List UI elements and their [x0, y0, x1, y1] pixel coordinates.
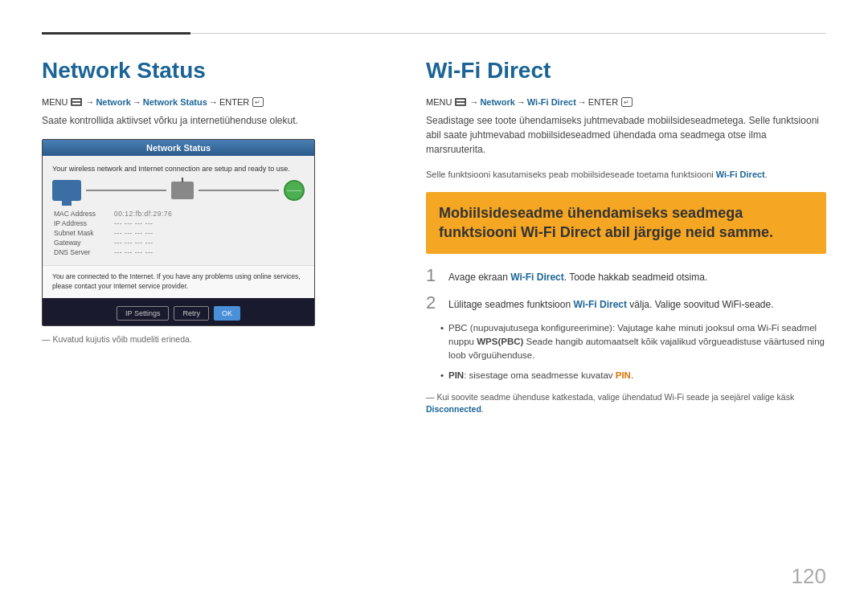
right-section-title: Wi-Fi Direct [426, 57, 826, 84]
two-columns: Network Status MENU → Network → Network … [42, 57, 826, 416]
bullet-2: PIN: sisestage oma seadmesse kuvatav PIN… [440, 369, 826, 382]
step-1: 1 Avage ekraan Wi-Fi Direct. Toode hakka… [426, 267, 826, 284]
bullet2-pin-label: PIN [448, 370, 464, 380]
wifidirect-link: Wi-Fi Direct [527, 97, 576, 107]
mac-label: MAC Address [52, 209, 113, 219]
page-number: 120 [792, 564, 826, 589]
table-row-mac: MAC Address 00:12:fb:df:29:76 [52, 209, 305, 219]
step-1-number: 1 [426, 267, 439, 284]
right-arrow3: → [578, 97, 587, 107]
enter-label: ENTER [219, 97, 249, 107]
status-link: Network Status [143, 97, 207, 107]
bullet-list: PBC (nupuvajutusega konfigureerimine): V… [440, 321, 826, 383]
right-enter-label: ENTER [588, 97, 618, 107]
menu-icon [71, 98, 82, 106]
page-container: Network Status MENU → Network → Network … [0, 0, 868, 613]
line-dark [42, 32, 190, 35]
step2-after: välja. Valige soovitud WiFi-seade. [627, 299, 774, 310]
retry-button[interactable]: Retry [174, 306, 209, 321]
left-footnote: Kuvatud kujutis võib mudeliti erineda. [42, 334, 387, 344]
step1-after: . Toode hakkab seadmeid otsima. [564, 272, 708, 283]
network-link: Network [96, 97, 130, 107]
footnote-main: Kui soovite seadme ühenduse katkestada, … [436, 392, 794, 402]
enter-icon [252, 97, 264, 107]
bullet2-pin: PIN [616, 370, 631, 380]
dns-label: DNS Server [52, 247, 113, 257]
step1-bold: Wi-Fi Direct [510, 272, 564, 283]
selle-note-before: Selle funktsiooni kasutamiseks peab mobi… [426, 170, 716, 179]
right-arrow1: → [469, 97, 478, 107]
step-2: 2 Lülitage seadmes funktsioon Wi-Fi Dire… [426, 294, 826, 312]
highlight-box: Mobiilsideseadme ühendamiseks seadmega f… [426, 192, 826, 254]
left-column: Network Status MENU → Network → Network … [42, 57, 387, 416]
step-2-text: Lülitage seadmes funktsioon Wi-Fi Direct… [448, 294, 774, 312]
ip-label: IP Address [52, 219, 113, 228]
screen-body: Your wireless network and Internet conne… [43, 156, 314, 266]
right-network-link: Network [480, 97, 514, 107]
selle-note-after: . [765, 170, 768, 179]
wifidirect-ref: Wi-Fi Direct [716, 170, 765, 179]
network-info-table: MAC Address 00:12:fb:df:29:76 IP Address… [52, 209, 305, 257]
arrow2: → [133, 97, 141, 107]
network-screen-mock: Network Status Your wireless network and… [42, 139, 315, 326]
right-menu-label: MENU [426, 97, 452, 107]
table-row-gateway: Gateway --- --- --- --- [52, 238, 305, 247]
left-menu-path: MENU → Network → Network Status → ENTER [42, 97, 387, 107]
footnote-end: . [481, 404, 484, 414]
arrow3: → [209, 97, 218, 107]
right-footnote: Kui soovite seadme ühenduse katkestada, … [426, 391, 826, 417]
highlight-text: Mobiilsideseadme ühendamiseks seadmega f… [439, 203, 813, 243]
menu-label: MENU [42, 97, 68, 107]
arrow1: → [85, 97, 94, 107]
selle-note: Selle funktsiooni kasutamiseks peab mobi… [426, 168, 826, 182]
bullet2-before: : sisestage oma seadmesse kuvatav [464, 370, 616, 380]
status-message: Your wireless network and Internet conne… [52, 164, 305, 174]
bullet2-after: . [631, 370, 633, 380]
bullet-1: PBC (nupuvajutusega konfigureerimine): V… [440, 321, 826, 363]
right-enter-icon [621, 97, 633, 107]
right-column: Wi-Fi Direct MENU → Network → Wi-Fi Dire… [426, 57, 826, 416]
step-2-number: 2 [426, 294, 439, 312]
connector-line [86, 190, 166, 191]
screen-bottom-message: You are connected to the Internet. If yo… [43, 265, 314, 298]
subnet-label: Subnet Mask [52, 228, 113, 238]
connector-line2 [199, 190, 279, 191]
step-1-text: Avage ekraan Wi-Fi Direct. Toode hakkab … [448, 267, 707, 284]
right-menu-path: MENU → Network → Wi-Fi Direct → ENTER [426, 97, 826, 107]
network-visual [52, 180, 305, 201]
subnet-value: --- --- --- --- [113, 228, 305, 238]
step2-bold: Wi-Fi Direct [573, 299, 627, 310]
left-description: Saate kontrollida aktiivset võrku ja int… [42, 113, 387, 128]
table-row-dns: DNS Server --- --- --- --- [52, 247, 305, 257]
ip-value: --- --- --- --- [113, 219, 305, 228]
globe-icon [284, 180, 305, 201]
mac-value: 00:12:fb:df:29:76 [113, 209, 305, 219]
table-row-ip: IP Address --- --- --- --- [52, 219, 305, 228]
right-menu-icon [455, 98, 466, 106]
step2-before: Lülitage seadmes funktsioon [448, 299, 573, 310]
line-light [190, 33, 826, 34]
ip-settings-button[interactable]: IP Settings [117, 306, 169, 321]
tv-icon [52, 180, 81, 201]
screen-buttons: IP Settings Retry OK [43, 301, 314, 325]
screen-header: Network Status [43, 140, 314, 156]
gateway-label: Gateway [52, 238, 113, 247]
gateway-value: --- --- --- --- [113, 238, 305, 247]
table-row-subnet: Subnet Mask --- --- --- --- [52, 228, 305, 238]
router-icon [171, 182, 194, 199]
ok-button[interactable]: OK [214, 306, 240, 321]
right-description: Seadistage see toote ühendamiseks juhtme… [426, 113, 826, 157]
left-section-title: Network Status [42, 57, 387, 84]
right-arrow2: → [517, 97, 526, 107]
top-decorative-lines [42, 32, 826, 35]
disconnected-label: Disconnected [426, 404, 481, 414]
bullet1-bold: WPS(PBC) [477, 337, 523, 346]
dns-value: --- --- --- --- [113, 247, 305, 257]
step1-before: Avage ekraan [448, 272, 510, 283]
